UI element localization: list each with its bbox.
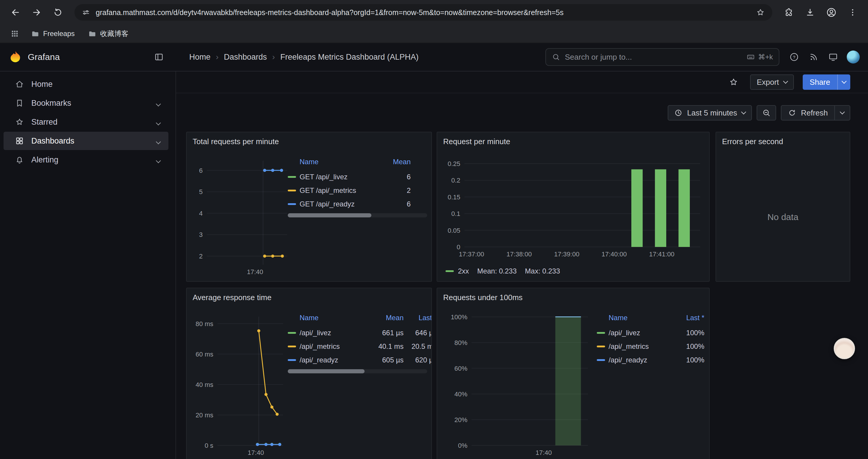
column-header[interactable]: Name (288, 158, 383, 166)
breadcrumb-dashboards[interactable]: Dashboards (224, 53, 267, 62)
search-input[interactable]: Search or jump to... ⌘+k (546, 48, 779, 66)
browser-menu-kebab-icon[interactable] (843, 3, 862, 22)
series-value: 100% (675, 356, 704, 364)
svg-text:0.25: 0.25 (447, 160, 460, 167)
column-header[interactable]: Mean (373, 314, 404, 322)
series-color-dash (597, 359, 605, 361)
clock-icon (674, 109, 682, 117)
refresh-button[interactable]: Refresh (781, 106, 834, 120)
floating-assistant-avatar[interactable] (834, 338, 855, 359)
legend-row[interactable]: /api/_metrics100% (597, 340, 704, 353)
kiosk-monitor-icon[interactable] (826, 49, 841, 65)
sidebar-item-alerting[interactable]: Alerting (4, 151, 168, 169)
timeseries-chart[interactable]: 6543217:40 (187, 153, 292, 282)
legend-row[interactable]: /api/_readyz100% (597, 353, 704, 367)
chevron-down-icon[interactable] (157, 99, 160, 108)
extensions-icon[interactable] (779, 3, 798, 22)
bookmark-folder-blogs[interactable]: 收藏博客 (83, 27, 133, 41)
svg-text:0.15: 0.15 (447, 193, 460, 201)
table-scrollbar[interactable] (288, 213, 427, 218)
url-bar[interactable]: grafana.mathmast.com/d/deytv4rwavabkb/fr… (74, 4, 772, 21)
column-header[interactable]: Last * (404, 314, 432, 322)
table-header: NameLast * (597, 312, 704, 324)
svg-text:60%: 60% (454, 365, 467, 372)
sidebar-item-label: Dashboards (31, 136, 74, 145)
share-button[interactable]: Share (803, 74, 837, 90)
series-color-dash (288, 203, 296, 205)
column-header[interactable]: Name (288, 314, 373, 322)
column-header[interactable]: Mean (383, 158, 411, 166)
breadcrumb-current: Freeleaps Metrics Dashboard (ALPHA) (280, 53, 418, 62)
downloads-icon[interactable] (801, 3, 819, 22)
legend-row[interactable]: /api/_livez100% (597, 326, 704, 340)
refresh-interval-dropdown[interactable] (834, 106, 850, 120)
series-color-dash (288, 346, 296, 347)
share-dropdown-icon[interactable] (837, 74, 850, 90)
sidebar-item-label: Home (31, 80, 53, 89)
site-settings-icon[interactable] (82, 8, 90, 17)
no-data-message: No data (716, 212, 850, 222)
legend-row[interactable]: GET /api/_metrics2 (288, 184, 411, 197)
profile-avatar-icon[interactable] (822, 3, 841, 22)
svg-text:17:38:00: 17:38:00 (506, 251, 532, 258)
table-scrollbar[interactable] (288, 369, 427, 373)
series-color-dash (288, 332, 296, 334)
reload-icon[interactable] (49, 3, 67, 22)
grafana-logo[interactable] (8, 50, 23, 64)
chevron-down-icon[interactable] (157, 155, 160, 165)
url-text[interactable]: grafana.mathmast.com/d/deytv4rwavabkb/fr… (96, 8, 750, 17)
sidebar-item-dashboards[interactable]: Dashboards (4, 132, 168, 150)
sidebar-item-home[interactable]: Home (4, 75, 168, 93)
panel-title[interactable]: Average response time (193, 293, 272, 302)
svg-text:17:40:00: 17:40:00 (601, 251, 627, 258)
bar-chart[interactable]: 0.250.20.150.10.05017:37:0017:38:0017:39… (437, 153, 710, 262)
breadcrumb-home[interactable]: Home (189, 53, 210, 62)
series-name: /api/_livez (609, 329, 640, 337)
panel-title[interactable]: Total requests per minute (193, 137, 279, 146)
bookmark-folder-freeleaps[interactable]: Freeleaps (26, 27, 80, 40)
time-range-picker[interactable]: Last 5 minutes (668, 105, 752, 121)
zoom-out-icon[interactable] (756, 105, 776, 121)
legend-table: NameMeanGET /api/_livez6GET /api/_metric… (288, 156, 411, 211)
svg-text:4: 4 (199, 210, 203, 217)
export-button[interactable]: Export (750, 74, 794, 90)
bar-chart[interactable]: 100%80%60%40%20%0%17:40 (437, 308, 594, 459)
favorite-star-icon[interactable] (726, 74, 741, 90)
column-header[interactable]: Last * (675, 314, 704, 322)
panel-title[interactable]: Request per minute (443, 137, 510, 146)
series-name: GET /api/_livez (300, 173, 347, 181)
svg-text:0: 0 (457, 243, 460, 251)
back-icon[interactable] (6, 3, 25, 22)
help-icon[interactable]: ? (786, 49, 802, 65)
legend-row[interactable]: GET /api/_livez6 (288, 170, 411, 184)
user-avatar[interactable] (847, 51, 860, 64)
chevron-down-icon[interactable] (157, 136, 160, 145)
forward-icon[interactable] (27, 3, 46, 22)
scrollbar-thumb[interactable] (288, 369, 365, 373)
column-header[interactable]: Name (597, 314, 675, 322)
legend-row[interactable]: /api/_readyz605 µs620 µs (288, 353, 432, 367)
bookmark-star-icon[interactable] (756, 8, 765, 17)
sidebar-item-bookmarks[interactable]: Bookmarks (4, 94, 168, 112)
legend-series[interactable]: 2xx (445, 267, 469, 275)
share-split-button: Share (803, 74, 850, 90)
legend-row[interactable]: /api/_metrics40.1 ms20.5 ms (288, 340, 432, 353)
series-value: 620 µs (404, 356, 432, 364)
timeseries-chart[interactable]: 80 ms60 ms40 ms20 ms0 s17:40 (187, 308, 292, 459)
sidebar-item-label: Starred (31, 118, 58, 127)
sidebar-toggle-icon[interactable] (151, 49, 167, 65)
search-shortcut: ⌘+k (746, 53, 773, 61)
bookmark-label: 收藏博客 (100, 29, 128, 38)
sidebar-item-label: Alerting (31, 155, 59, 165)
series-name: /api/_livez (300, 329, 331, 337)
news-rss-icon[interactable] (806, 49, 821, 65)
series-name: GET /api/_readyz (300, 200, 354, 208)
apps-grid-icon[interactable] (7, 26, 23, 41)
scrollbar-thumb[interactable] (288, 213, 371, 218)
sidebar-item-starred[interactable]: Starred (4, 113, 168, 131)
panel-title[interactable]: Errors per second (722, 137, 783, 146)
legend-row[interactable]: /api/_livez661 µs646 µs (288, 326, 432, 340)
bookmark-icon (15, 98, 24, 108)
chevron-down-icon[interactable] (157, 118, 160, 127)
legend-row[interactable]: GET /api/_readyz6 (288, 197, 411, 211)
